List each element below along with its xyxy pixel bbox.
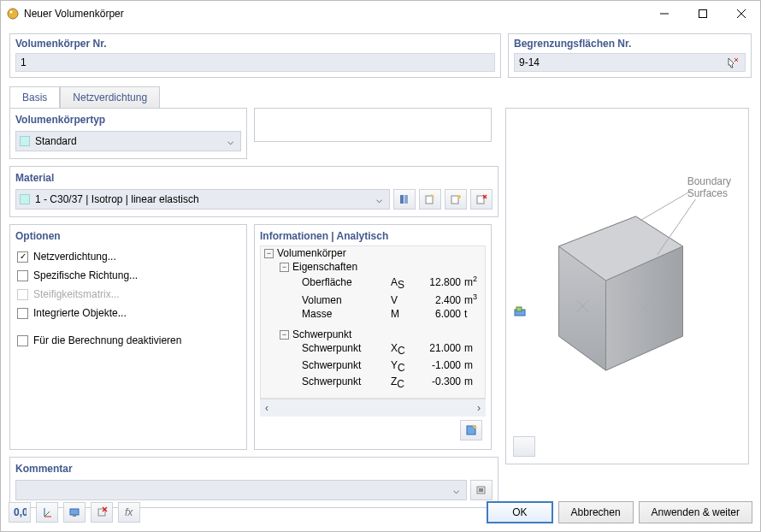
material-library-button[interactable] — [393, 189, 416, 210]
property-centroid-z: SchwerpunktZC-0.300m — [261, 375, 485, 391]
tree-node-solid[interactable]: −Volumenkörper — [261, 246, 485, 260]
units-button[interactable]: 0,00 — [9, 502, 31, 523]
material-delete-button[interactable] — [470, 189, 493, 210]
title-bar: Neuer Volumenkörper — [1, 1, 760, 27]
preview-annotation: BoundarySurfaces — [687, 175, 731, 200]
info-calculate-button[interactable] — [460, 420, 482, 440]
property-surface-area: OberflächeAS12.800m2 — [261, 274, 485, 292]
reset-button[interactable] — [91, 502, 113, 523]
info-scroll-bar[interactable]: ‹› — [260, 399, 486, 417]
svg-line-34 — [44, 511, 50, 517]
svg-rect-36 — [73, 515, 76, 517]
information-panel: Informationen | Analytisch −Volumenkörpe… — [254, 224, 492, 450]
preview-show-button[interactable] — [513, 436, 535, 457]
property-centroid-y: SchwerpunktYC-1.000m — [261, 358, 485, 375]
checkbox-icon — [17, 335, 28, 346]
svg-point-1 — [10, 11, 13, 14]
material-edit-button[interactable] — [445, 189, 467, 210]
solid-type-dropdown[interactable]: Standard ⌵ — [15, 131, 241, 151]
tab-basis[interactable]: Basis — [9, 86, 60, 108]
svg-rect-10 — [426, 196, 433, 204]
svg-point-12 — [457, 195, 461, 198]
material-panel: Material 1 - C30/37 | Isotrop | linear e… — [9, 166, 498, 217]
display-button[interactable] — [63, 502, 86, 523]
property-centroid-x: SchwerpunktXC21.000m — [261, 341, 485, 358]
empty-info-panel — [254, 108, 492, 142]
option-specific-direction[interactable]: Spezifische Richtung... — [15, 266, 241, 285]
svg-rect-35 — [70, 509, 79, 515]
comment-panel: Kommentar ⌵ — [9, 457, 498, 508]
solid-number-label: Volumenkörper Nr. — [15, 38, 495, 50]
boundary-surfaces-field[interactable]: 9-14 — [514, 53, 746, 72]
information-label: Informationen | Analytisch — [260, 230, 486, 242]
apply-continue-button[interactable]: Anwenden & weiter — [639, 501, 752, 523]
tree-node-centroid[interactable]: −Schwerpunkt — [261, 328, 485, 341]
ok-button[interactable]: OK — [487, 501, 552, 523]
svg-point-0 — [8, 9, 18, 19]
option-deactivate-calculation[interactable]: Für die Berechnung deaktivieren — [15, 331, 241, 350]
collapse-icon: − — [280, 263, 289, 272]
maximize-button[interactable] — [683, 1, 722, 27]
solid-number-panel: Volumenkörper Nr. 1 — [9, 33, 501, 78]
axes-button[interactable] — [36, 502, 58, 523]
app-icon — [6, 7, 20, 21]
option-stiffness-matrix: Steifigkeitsmatrix... — [15, 285, 241, 304]
material-dropdown[interactable]: 1 - C30/37 | Isotrop | linear elastisch … — [15, 189, 390, 210]
boundary-surfaces-panel: Begrenzungsflächen Nr. 9-14 — [508, 33, 752, 78]
comment-dropdown[interactable]: ⌵ — [15, 480, 467, 500]
svg-rect-3 — [699, 10, 706, 18]
collapse-icon: − — [264, 249, 274, 258]
tabs: Basis Netzverdichtung — [9, 86, 752, 108]
solid-number-value: 1 — [15, 53, 495, 72]
scroll-left-icon[interactable]: ‹ — [265, 402, 268, 414]
option-integrated-objects[interactable]: Integrierte Objekte... — [15, 304, 241, 322]
chevron-down-icon: ⌵ — [373, 193, 386, 205]
minimize-button[interactable] — [645, 1, 683, 27]
material-new-button[interactable] — [419, 189, 441, 210]
property-volume: VolumenV2.400m3 — [261, 292, 485, 307]
dialog-footer: 0,00 fx OK Abbrechen Anwenden & weiter — [9, 501, 752, 523]
pick-surfaces-icon[interactable] — [725, 55, 740, 70]
solid-type-label: Volumenkörpertyp — [15, 114, 241, 126]
solid-3d-preview[interactable] — [511, 114, 743, 396]
option-mesh-refinement[interactable]: Netzverdichtung... — [15, 247, 241, 266]
svg-rect-8 — [400, 195, 404, 204]
options-panel: Optionen Netzverdichtung... Spezifische … — [9, 224, 247, 450]
solid-type-panel: Volumenkörpertyp Standard ⌵ — [9, 108, 247, 159]
svg-rect-9 — [404, 195, 408, 204]
svg-rect-11 — [451, 196, 458, 204]
material-label: Material — [15, 172, 493, 184]
tab-mesh-refinement[interactable]: Netzverdichtung — [60, 86, 160, 108]
close-button[interactable] — [722, 1, 760, 27]
preview-panel: BoundarySurfaces — [505, 108, 749, 464]
tree-node-properties[interactable]: −Eigenschaften — [261, 260, 485, 274]
svg-rect-18 — [479, 488, 483, 492]
svg-rect-30 — [516, 307, 522, 311]
options-label: Optionen — [15, 230, 241, 242]
svg-rect-13 — [477, 196, 484, 204]
cancel-button[interactable]: Abbrechen — [558, 501, 634, 523]
svg-text:fx: fx — [125, 506, 133, 518]
window-title: Neuer Volumenkörper — [24, 8, 645, 20]
scroll-right-icon[interactable]: › — [477, 402, 481, 414]
property-mass: MasseM6.000t — [261, 307, 485, 321]
chevron-down-icon: ⌵ — [224, 135, 237, 147]
comment-pick-button[interactable] — [470, 480, 493, 500]
function-button[interactable]: fx — [118, 502, 140, 523]
checkbox-icon — [17, 270, 28, 281]
chevron-down-icon: ⌵ — [450, 484, 463, 496]
collapse-icon: − — [280, 330, 289, 340]
boundary-surfaces-label: Begrenzungsflächen Nr. — [514, 38, 746, 50]
checkbox-icon — [17, 289, 28, 300]
svg-text:0,00: 0,00 — [14, 506, 27, 518]
comment-label: Kommentar — [15, 463, 493, 475]
checkbox-checked-icon — [17, 251, 28, 263]
checkbox-icon — [17, 308, 28, 319]
